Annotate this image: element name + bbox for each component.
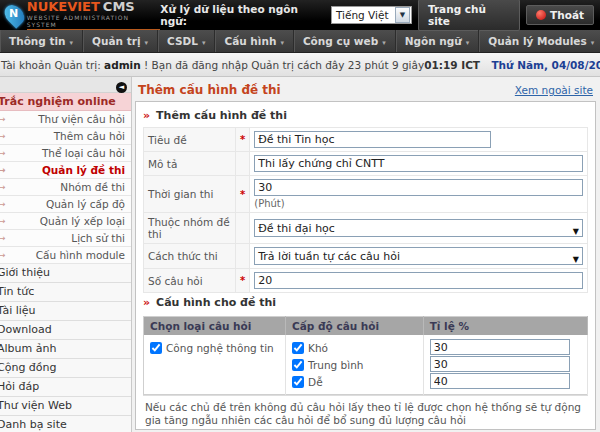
arrow-right-icon: → bbox=[0, 128, 6, 144]
level-hard-label: Khó bbox=[308, 342, 328, 354]
arrow-right-icon: → bbox=[0, 230, 6, 246]
required-asterisk: * bbox=[236, 269, 250, 293]
session-status-bar: Tài khoản Quản trị: admin ! Bạn đã đăng … bbox=[0, 53, 600, 77]
menu-cau-hinh[interactable]: Cấu hình▾ bbox=[215, 30, 293, 52]
logout-label: Thoát bbox=[550, 9, 584, 21]
menu-ngon-ngu[interactable]: Ngôn ngữ▾ bbox=[396, 30, 480, 52]
required-asterisk bbox=[236, 244, 250, 269]
sidebar: ◄ Trắc nghiệm online →Thư viện câu hỏi →… bbox=[0, 77, 132, 432]
form-panel: »Thêm cấu hình đề thi Tiêu đề * Mô tả Th… bbox=[135, 101, 596, 430]
exam-mode-select[interactable]: Trả lời tuần tự các câu hỏi ▼ bbox=[254, 247, 583, 265]
table-row: Số câu hỏi * bbox=[144, 269, 588, 293]
language-select[interactable]: Tiếng Việt ▼ bbox=[331, 6, 412, 24]
language-select-value: Tiếng Việt bbox=[332, 9, 394, 21]
level-hard-checkbox[interactable] bbox=[292, 342, 304, 354]
question-count-input[interactable] bbox=[254, 272, 583, 289]
duration-input[interactable] bbox=[254, 179, 583, 196]
chevron-down-icon: ▼ bbox=[573, 252, 579, 265]
arrow-right-icon: → bbox=[0, 213, 6, 229]
arrow-right-icon: → bbox=[0, 247, 6, 263]
ratio-medium-input[interactable] bbox=[430, 356, 570, 372]
arrow-right-icon: → bbox=[0, 111, 6, 127]
sidebar-section-cong-dong[interactable]: Cộng đồng bbox=[0, 359, 131, 378]
title-input[interactable] bbox=[254, 131, 491, 148]
bullet-icon: » bbox=[143, 109, 150, 122]
required-asterisk: * bbox=[236, 176, 250, 213]
description-input[interactable] bbox=[254, 155, 583, 172]
username: admin bbox=[104, 59, 141, 71]
bullet-icon: » bbox=[143, 296, 150, 309]
col-ratio-header: Tỉ lệ % bbox=[423, 317, 587, 336]
arrow-right-icon: → bbox=[0, 162, 6, 178]
chevron-down-icon: ▾ bbox=[202, 39, 206, 47]
menu-quan-ly-modules[interactable]: Quản lý Modules▾ bbox=[479, 30, 600, 52]
table-row: Thuộc nhóm đề thi Đề thi đại học ▼ bbox=[144, 213, 588, 244]
ratio-note-text: Nếu các chủ đề trên không đủ câu hỏi lấy… bbox=[143, 395, 588, 430]
description-label: Mô tả bbox=[144, 152, 236, 176]
exam-mode-select-value: Trả lời tuần tự các câu hỏi bbox=[258, 250, 400, 263]
logo-letter: N bbox=[9, 7, 18, 20]
menu-cong-cu-web[interactable]: Công cụ web▾ bbox=[294, 30, 396, 52]
sidebar-section-tin-tuc[interactable]: Tin tức bbox=[0, 283, 131, 302]
mode-label: Cách thức thi bbox=[144, 244, 236, 269]
arrow-right-icon: → bbox=[0, 145, 6, 161]
sidebar-item-thu-vien-cau-hoi[interactable]: →Thư viện câu hỏi bbox=[0, 111, 131, 128]
sidebar-section-thu-vien-web[interactable]: Thư viện Web bbox=[0, 397, 131, 416]
ratio-easy-input[interactable] bbox=[430, 373, 570, 389]
chevron-down-icon: ▾ bbox=[145, 39, 149, 47]
topic-checkbox[interactable] bbox=[150, 342, 162, 354]
question-ratio-table: Chọn loại câu hỏi Cấp độ câu hỏi Tỉ lệ %… bbox=[143, 316, 588, 395]
sidebar-item-lich-su-thi[interactable]: →Lịch sử thi bbox=[0, 230, 131, 247]
table-row: Cách thức thi Trả lời tuần tự các câu hỏ… bbox=[144, 244, 588, 269]
sidebar-item-quan-ly-cap-do[interactable]: →Quản lý cấp độ bbox=[0, 196, 131, 213]
sidebar-section-album-anh[interactable]: Album ảnh bbox=[0, 340, 131, 359]
sidebar-section-hoi-dap[interactable]: Hỏi đáp bbox=[0, 378, 131, 397]
level-easy-checkbox[interactable] bbox=[292, 376, 304, 388]
logo-cms: CMS bbox=[103, 0, 135, 14]
col-topic-header: Chọn loại câu hỏi bbox=[144, 317, 286, 336]
chevron-down-icon: ▾ bbox=[280, 39, 284, 47]
form-heading: »Thêm cấu hình đề thi bbox=[143, 106, 588, 127]
sidebar-item-nhom-de-thi[interactable]: →Nhóm đề thi bbox=[0, 179, 131, 196]
required-asterisk bbox=[236, 152, 250, 176]
menu-quan-tri[interactable]: Quản trị▾ bbox=[83, 30, 158, 52]
table-row: Mô tả bbox=[144, 152, 588, 176]
chevron-down-icon: ▾ bbox=[382, 39, 386, 47]
duration-label: Thời gian thi bbox=[144, 176, 236, 213]
sidebar-item-quan-ly-de-thi[interactable]: →Quản lý đề thi bbox=[0, 162, 131, 179]
sidebar-section-gioi-thieu[interactable]: Giới thiệu bbox=[0, 264, 131, 283]
chevron-down-icon: ▾ bbox=[466, 39, 470, 47]
topic-label: Công nghệ thông tin bbox=[166, 342, 274, 354]
language-label: Xử lý dữ liệu theo ngôn ngữ: bbox=[160, 3, 325, 27]
view-site-link[interactable]: Xem ngoài site bbox=[515, 84, 593, 96]
sidebar-item-cau-hinh-module[interactable]: →Cấu hình module bbox=[0, 247, 131, 264]
logo-subtitle: WEBSITE ADMINISTRATION SYSTEM bbox=[27, 14, 161, 30]
ratio-hard-input[interactable] bbox=[430, 339, 570, 355]
logout-power-icon bbox=[536, 10, 546, 20]
level-easy-label: Dễ bbox=[308, 376, 323, 388]
table-row: Thời gian thi * (Phút) bbox=[144, 176, 588, 213]
sidebar-section-download[interactable]: Download bbox=[0, 321, 131, 340]
sidebar-item-them-cau-hoi[interactable]: →Thêm câu hỏi bbox=[0, 128, 131, 145]
sidebar-section-tai-lieu[interactable]: Tài liệu bbox=[0, 302, 131, 321]
exam-group-select[interactable]: Đề thi đại học ▼ bbox=[254, 219, 583, 237]
level-medium-checkbox[interactable] bbox=[292, 359, 304, 371]
table-row: Công nghệ thông tin Khó Trung bình bbox=[144, 335, 588, 395]
topic-checkbox-row: Công nghệ thông tin bbox=[150, 339, 279, 356]
sidebar-module-header[interactable]: Trắc nghiệm online bbox=[0, 93, 131, 111]
level-medium-row: Trung bình bbox=[292, 356, 417, 373]
main-content: Thêm cấu hình đề thi Xem ngoài site »Thê… bbox=[132, 77, 600, 432]
sidebar-item-quan-ly-xep-loai[interactable]: →Quản lý xếp loại bbox=[0, 213, 131, 230]
required-asterisk: * bbox=[236, 128, 250, 152]
site-home-button[interactable]: Trang chủ site bbox=[418, 0, 520, 31]
sidebar-collapse-button[interactable]: ◄ bbox=[116, 82, 127, 93]
logout-button[interactable]: Thoát bbox=[526, 5, 594, 25]
chevron-down-icon: ▾ bbox=[70, 39, 74, 47]
menu-thong-tin[interactable]: Thông tin▾ bbox=[0, 30, 83, 52]
logo-name: NUKEVIET bbox=[27, 0, 100, 14]
required-asterisk bbox=[236, 213, 250, 244]
menu-csdl[interactable]: CSDL▾ bbox=[158, 30, 215, 52]
sidebar-item-the-loai-cau-hoi[interactable]: →Thể loại câu hỏi bbox=[0, 145, 131, 162]
sidebar-section-danh-ba-site[interactable]: Danh bạ site bbox=[0, 416, 131, 432]
exam-group-select-value: Đề thi đại học bbox=[258, 222, 335, 235]
